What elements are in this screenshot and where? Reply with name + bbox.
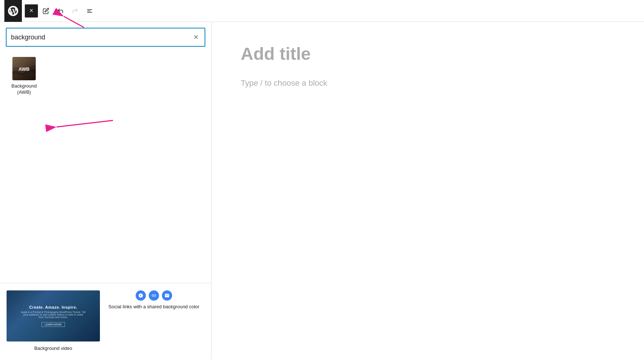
left-panel: ✕ [0, 22, 212, 359]
close-icon: × [30, 7, 34, 15]
menu-button[interactable] [83, 4, 96, 18]
pattern-grid: Create. Amaze. Inspire. Aweb is a Portra… [6, 290, 205, 352]
edit-button[interactable] [39, 4, 53, 18]
pattern-preview-sub: Aweb is a Portrait & Photography WordPre… [20, 311, 86, 319]
search-input[interactable] [11, 34, 192, 41]
pattern-social-links-label: Social links with a shared background co… [108, 304, 199, 310]
redo-button[interactable] [69, 4, 82, 18]
search-box: ✕ [6, 28, 205, 47]
pattern-bg-video-label: Background video [34, 345, 72, 352]
block-item-awb[interactable]: AWB Background (AWB) [6, 54, 42, 99]
undo-button[interactable] [54, 4, 67, 18]
hamburger-icon [86, 8, 93, 14]
pencil-icon [43, 8, 49, 14]
editor-content-placeholder[interactable]: Type / to choose a block [241, 78, 615, 88]
pattern-link-icon [149, 290, 159, 301]
redo-icon [72, 8, 78, 14]
pattern-preview-bg-inner: Create. Amaze. Inspire. Aweb is a Portra… [7, 290, 100, 341]
wp-logo[interactable] [4, 0, 22, 22]
patterns-section: Create. Amaze. Inspire. Aweb is a Portra… [0, 283, 211, 359]
toolbar: × [0, 0, 644, 22]
blocks-section: AWB Background (AWB) [0, 47, 211, 283]
pattern-preview-title: Create. Amaze. Inspire. [29, 305, 77, 309]
search-clear-button[interactable]: ✕ [192, 32, 200, 43]
pattern-mail-icon [162, 290, 172, 301]
clear-icon: ✕ [193, 34, 199, 41]
pattern-social-icons [136, 290, 172, 301]
pattern-wp-icon [136, 290, 146, 301]
pattern-preview-cta: LEARN MORE [42, 322, 65, 327]
svg-text:AWB: AWB [19, 66, 30, 72]
pattern-item-background-video[interactable]: Create. Amaze. Inspire. Aweb is a Portra… [6, 290, 101, 352]
main-content: ✕ [0, 22, 644, 359]
pattern-item-social-links[interactable]: Social links with a shared background co… [106, 290, 201, 352]
search-container: ✕ [0, 22, 211, 47]
close-button[interactable]: × [25, 4, 38, 18]
pattern-preview-bg-video: Create. Amaze. Inspire. Aweb is a Portra… [7, 290, 100, 341]
undo-icon [57, 8, 64, 14]
editor-title[interactable]: Add title [241, 44, 615, 64]
block-icon-awb: AWB [12, 57, 36, 80]
right-panel: Add title Type / to choose a block [212, 22, 644, 359]
block-awb-label: Background (AWB) [9, 83, 39, 96]
